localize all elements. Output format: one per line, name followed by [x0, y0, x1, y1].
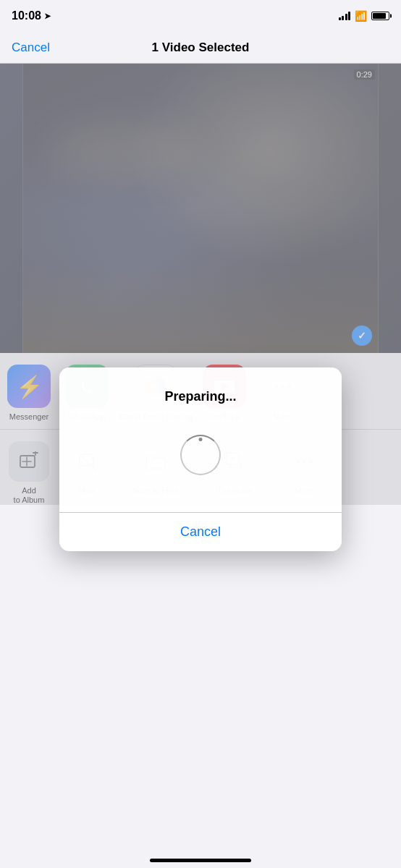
clock: 10:08: [12, 9, 41, 22]
cancel-button[interactable]: Cancel: [12, 41, 50, 55]
spinner-container: [179, 433, 222, 477]
modal-cancel-button[interactable]: Cancel: [59, 513, 342, 551]
navigation-bar: Cancel 1 Video Selected: [0, 32, 401, 64]
status-time: 10:08 ➤: [12, 9, 51, 22]
modal-content: Preparing...: [59, 367, 342, 512]
wifi-icon: 📶: [355, 10, 367, 22]
loading-spinner: [180, 435, 221, 475]
modal-overlay: Preparing... Cancel: [0, 64, 401, 505]
signal-icon: [339, 12, 351, 20]
preparing-dialog: Preparing... Cancel: [59, 367, 342, 551]
nav-title: 1 Video Selected: [152, 41, 250, 55]
modal-title: Preparing...: [164, 389, 236, 404]
photo-area: ✓ 0:29 ⚡ Messenger: [0, 64, 401, 505]
location-icon: ➤: [44, 12, 51, 21]
home-indicator: [150, 859, 251, 862]
status-icons: 📶: [339, 10, 390, 22]
status-bar: 10:08 ➤ 📶: [0, 0, 401, 32]
battery-icon: [371, 12, 389, 20]
